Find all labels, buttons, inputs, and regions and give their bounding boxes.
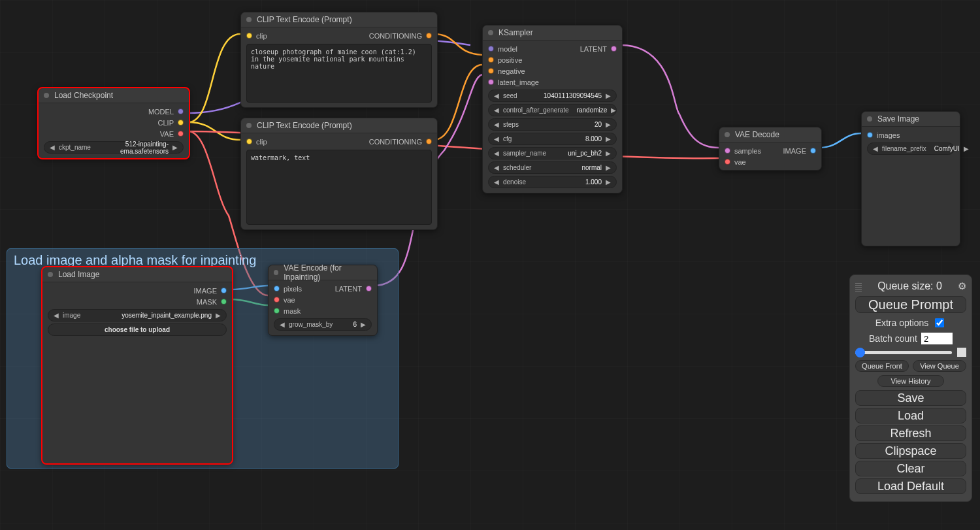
- widget-image-file[interactable]: ◀imageyosemite_inpaint_example.png▶: [48, 309, 227, 322]
- load-button[interactable]: Load: [855, 408, 966, 423]
- port-in-clip[interactable]: [246, 33, 252, 39]
- node-vae-encode-inpainting[interactable]: VAE Encode (for Inpainting) pixelsLATENT…: [268, 265, 378, 336]
- queue-prompt-button[interactable]: Queue Prompt: [855, 296, 966, 313]
- port-in-pixels[interactable]: [274, 286, 280, 291]
- save-button[interactable]: Save: [855, 390, 966, 406]
- refresh-button[interactable]: Refresh: [855, 425, 966, 441]
- widget-ckpt-name[interactable]: ◀ckpt_name512-inpainting-ema.safetensors…: [44, 141, 184, 154]
- widget-denoise[interactable]: ◀denoise1.000▶: [488, 176, 617, 188]
- node-ksampler[interactable]: KSampler modelLATENT positive negative l…: [482, 25, 623, 193]
- widget-sampler-name[interactable]: ◀sampler_nameuni_pc_bh2▶: [488, 147, 617, 159]
- textarea-negative-prompt[interactable]: [246, 150, 432, 225]
- node-title: VAE Encode (for Inpainting): [284, 263, 372, 282]
- widget-steps[interactable]: ◀steps20▶: [488, 118, 617, 131]
- port-vae[interactable]: [178, 131, 184, 137]
- port-in-vae[interactable]: [274, 297, 280, 303]
- node-load-checkpoint[interactable]: Load Checkpoint MODEL CLIP VAE ◀ckpt_nam…: [38, 88, 189, 159]
- node-clip-text-encode-positive[interactable]: CLIP Text Encode (Prompt) clipCONDITIONI…: [240, 12, 438, 108]
- clipspace-button[interactable]: Clipspace: [855, 443, 966, 459]
- queue-size-label: Queue size: 0: [877, 280, 942, 292]
- port-out-conditioning[interactable]: [426, 33, 432, 39]
- node-title: CLIP Text Encode (Prompt): [257, 121, 352, 130]
- drag-handle-icon[interactable]: [855, 283, 862, 292]
- node-save-image[interactable]: Save Image images ◀filename_prefixComfyU…: [861, 111, 960, 246]
- port-in-negative[interactable]: [488, 68, 494, 74]
- port-out-image[interactable]: [810, 148, 816, 154]
- node-title: VAE Decode: [735, 130, 779, 139]
- choose-file-button[interactable]: choose file to upload: [48, 323, 227, 336]
- extra-options-label: Extra options: [875, 318, 929, 328]
- port-out-conditioning[interactable]: [426, 139, 432, 144]
- slider-tick-icon: [957, 348, 966, 357]
- view-queue-button[interactable]: View Queue: [913, 360, 966, 372]
- view-history-button[interactable]: View History: [877, 375, 944, 387]
- widget-scheduler[interactable]: ◀schedulernormal▶: [488, 161, 617, 174]
- batch-count-label: Batch count: [869, 333, 917, 344]
- port-in-images[interactable]: [867, 132, 873, 138]
- port-in-latent-image[interactable]: [488, 79, 494, 85]
- node-title: Load Image: [58, 270, 99, 279]
- port-in-samples[interactable]: [725, 148, 730, 154]
- batch-count-slider[interactable]: [855, 348, 966, 357]
- port-in-model[interactable]: [488, 46, 494, 52]
- port-out-mask[interactable]: [221, 299, 227, 305]
- port-in-mask[interactable]: [274, 308, 280, 314]
- port-out-latent[interactable]: [611, 46, 617, 52]
- node-title: Save Image: [877, 114, 919, 124]
- gear-icon[interactable]: ⚙: [958, 280, 966, 292]
- load-default-button[interactable]: Load Default: [855, 478, 966, 494]
- node-title: CLIP Text Encode (Prompt): [257, 15, 352, 24]
- clear-button[interactable]: Clear: [855, 461, 966, 476]
- node-clip-text-encode-negative[interactable]: CLIP Text Encode (Prompt) clipCONDITIONI…: [240, 118, 438, 230]
- port-model[interactable]: [178, 108, 184, 114]
- batch-count-input[interactable]: [921, 333, 953, 344]
- widget-grow-mask-by[interactable]: ◀grow_mask_by6▶: [274, 318, 372, 331]
- widget-cfg[interactable]: ◀cfg8.000▶: [488, 133, 617, 145]
- node-vae-decode[interactable]: VAE Decode samplesIMAGE vae: [719, 127, 822, 171]
- port-in-vae[interactable]: [725, 159, 730, 165]
- textarea-positive-prompt[interactable]: [246, 44, 432, 103]
- port-out-image[interactable]: [221, 288, 227, 293]
- control-panel[interactable]: Queue size: 0 ⚙ Queue Prompt Extra optio…: [849, 274, 972, 502]
- node-title: Load Checkpoint: [54, 91, 113, 100]
- widget-control-after-generate[interactable]: ◀control_after_generaterandomize▶: [488, 104, 617, 116]
- node-title: KSampler: [498, 28, 533, 37]
- port-in-positive[interactable]: [488, 57, 494, 63]
- port-out-latent[interactable]: [366, 286, 372, 291]
- extra-options-checkbox[interactable]: [935, 318, 944, 327]
- widget-seed[interactable]: ◀seed1040111309094545▶: [488, 90, 617, 102]
- queue-front-button[interactable]: Queue Front: [855, 360, 909, 372]
- port-in-clip[interactable]: [246, 139, 252, 144]
- widget-filename-prefix[interactable]: ◀filename_prefixComfyUI▶: [867, 142, 955, 155]
- port-clip[interactable]: [178, 120, 184, 125]
- node-load-image[interactable]: Load Image IMAGE MASK ◀imageyosemite_inp…: [42, 267, 233, 464]
